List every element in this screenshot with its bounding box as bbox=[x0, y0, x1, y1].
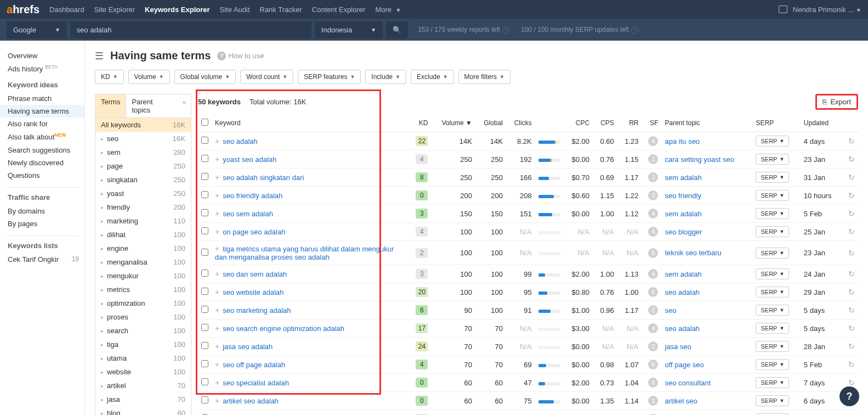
col-cps[interactable]: CPS bbox=[593, 114, 617, 132]
add-icon[interactable]: + bbox=[215, 173, 219, 182]
term-row[interactable]: ▸yoast250 bbox=[95, 187, 191, 200]
term-row[interactable]: ▸website100 bbox=[95, 365, 191, 379]
term-row[interactable]: ▸optimization100 bbox=[95, 296, 191, 310]
country-dropdown[interactable]: Indonesia▼ bbox=[315, 21, 383, 38]
col-updated[interactable]: Updated bbox=[801, 114, 842, 132]
keyword-link[interactable]: seo adalah singkatan dari bbox=[223, 173, 304, 182]
serp-button[interactable]: SERP▼ bbox=[756, 305, 789, 316]
keyword-link[interactable]: seo specialist adalah bbox=[223, 379, 289, 387]
term-row[interactable]: ▸menganalisa100 bbox=[95, 255, 191, 269]
serp-button[interactable]: SERP▼ bbox=[756, 190, 789, 201]
sf-badge[interactable]: 3 bbox=[648, 172, 658, 182]
sf-badge[interactable]: 4 bbox=[648, 136, 658, 146]
sf-badge[interactable]: 5 bbox=[648, 248, 658, 258]
col-rr[interactable]: RR bbox=[617, 114, 642, 132]
nav-idea-item[interactable]: Phrase match bbox=[8, 92, 84, 105]
serp-button[interactable]: SERP▼ bbox=[756, 268, 789, 279]
col-serp[interactable]: SERP bbox=[752, 114, 800, 132]
export-button[interactable]: ⎘ Export bbox=[815, 94, 858, 110]
sf-badge[interactable]: 6 bbox=[648, 360, 658, 369]
add-icon[interactable]: + bbox=[215, 155, 219, 164]
parent-topic-link[interactable]: seo adalah bbox=[665, 324, 700, 333]
term-row[interactable]: ▸seo16K bbox=[95, 132, 191, 145]
keyword-link[interactable]: seo website adalah bbox=[223, 288, 283, 296]
refresh-icon[interactable]: ↻ bbox=[848, 191, 855, 200]
nav-ads-history[interactable]: Ads history BETA bbox=[8, 62, 84, 75]
parent-topic-link[interactable]: seo adalah bbox=[665, 288, 700, 296]
col-parent-topic[interactable]: Parent topic bbox=[661, 114, 752, 132]
topnav-item[interactable]: More ▼ bbox=[375, 1, 401, 18]
refresh-icon[interactable]: ↻ bbox=[848, 306, 855, 315]
tab-parent-topics[interactable]: Parent topics bbox=[126, 94, 178, 117]
filter-button[interactable]: Include▼ bbox=[365, 70, 406, 84]
nav-idea-item[interactable]: Also rank for bbox=[8, 117, 84, 130]
hamburger-icon[interactable]: ☰ bbox=[95, 50, 104, 62]
col-kd[interactable]: KD bbox=[409, 114, 432, 132]
refresh-icon[interactable]: ↻ bbox=[848, 155, 855, 164]
refresh-icon[interactable]: ↻ bbox=[848, 360, 855, 369]
parent-topic-link[interactable]: off page seo bbox=[665, 361, 704, 369]
topnav-item[interactable]: Keywords Explorer bbox=[145, 1, 210, 18]
keyword-link[interactable]: seo marketing adalah bbox=[223, 306, 291, 315]
sf-badge[interactable]: 2 bbox=[648, 305, 658, 315]
screen-icon[interactable] bbox=[779, 5, 787, 13]
keyword-link[interactable]: on page seo adalah bbox=[223, 228, 285, 236]
engine-dropdown[interactable]: Google▼ bbox=[7, 21, 67, 38]
serp-button[interactable]: SERP▼ bbox=[756, 395, 789, 406]
refresh-icon[interactable]: ↻ bbox=[848, 288, 855, 296]
refresh-icon[interactable]: ↻ bbox=[848, 378, 855, 387]
row-checkbox[interactable] bbox=[201, 306, 208, 313]
row-checkbox[interactable] bbox=[201, 342, 208, 349]
add-icon[interactable]: + bbox=[215, 137, 219, 145]
col-clicks[interactable]: Clicks bbox=[506, 114, 535, 132]
filter-button[interactable]: Word count▼ bbox=[240, 70, 293, 84]
row-checkbox[interactable] bbox=[201, 191, 208, 198]
row-checkbox[interactable] bbox=[201, 137, 208, 144]
term-row[interactable]: ▸engine100 bbox=[95, 242, 191, 255]
sf-badge[interactable]: 2 bbox=[648, 154, 658, 164]
term-row[interactable]: ▸artikel70 bbox=[95, 379, 191, 392]
add-icon[interactable]: + bbox=[215, 306, 219, 315]
serp-button[interactable]: SERP▼ bbox=[756, 226, 789, 237]
nav-idea-item[interactable]: Questions bbox=[8, 169, 84, 182]
serp-button[interactable]: SERP▼ bbox=[756, 172, 789, 183]
parent-topic-link[interactable]: jasa seo bbox=[665, 343, 691, 351]
sf-badge[interactable]: 2 bbox=[648, 341, 658, 351]
topnav-item[interactable]: Site Audit bbox=[220, 1, 250, 18]
term-row[interactable]: ▸tiga100 bbox=[95, 338, 191, 351]
term-row[interactable]: ▸page250 bbox=[95, 159, 191, 173]
topnav-item[interactable]: Site Explorer bbox=[94, 1, 135, 18]
filter-button[interactable]: More filters▼ bbox=[458, 70, 510, 84]
add-icon[interactable]: + bbox=[215, 209, 219, 218]
row-checkbox[interactable] bbox=[201, 378, 208, 385]
col-volume[interactable]: Volume ▼ bbox=[431, 114, 475, 132]
add-icon[interactable]: + bbox=[215, 324, 219, 333]
row-checkbox[interactable] bbox=[201, 324, 208, 331]
term-row[interactable]: ▸dilihat100 bbox=[95, 228, 191, 242]
row-checkbox[interactable] bbox=[201, 270, 208, 277]
sf-badge[interactable]: 1 bbox=[648, 396, 658, 406]
parent-topic-link[interactable]: apa itu seo bbox=[665, 137, 700, 145]
term-row[interactable]: ▸friendly200 bbox=[95, 200, 191, 214]
nav-overview[interactable]: Overview bbox=[8, 49, 84, 62]
col-cpc[interactable]: CPC bbox=[564, 114, 593, 132]
topnav-item[interactable]: Dashboard bbox=[49, 1, 84, 18]
nav-idea-item[interactable]: Also talk aboutNEW bbox=[8, 130, 84, 143]
filter-button[interactable]: KD▼ bbox=[95, 70, 124, 84]
serp-button[interactable]: SERP▼ bbox=[756, 323, 789, 334]
refresh-icon[interactable]: ↻ bbox=[848, 249, 855, 257]
row-checkbox[interactable] bbox=[201, 360, 208, 367]
sf-badge[interactable]: 4 bbox=[648, 269, 658, 279]
keyword-input[interactable] bbox=[70, 21, 311, 38]
term-row[interactable]: ▸singkatan250 bbox=[95, 173, 191, 187]
row-checkbox[interactable] bbox=[201, 288, 208, 295]
keyword-link[interactable]: artikel seo adalah bbox=[223, 397, 279, 405]
how-to-use[interactable]: ?How to use bbox=[217, 52, 264, 60]
term-row[interactable]: ▸proses100 bbox=[95, 310, 191, 324]
term-row[interactable]: All keywords16K bbox=[95, 118, 191, 132]
term-row[interactable]: ▸metrics100 bbox=[95, 283, 191, 296]
serp-button[interactable]: SERP▼ bbox=[756, 287, 789, 298]
serp-button[interactable]: SERP▼ bbox=[756, 154, 789, 165]
serp-button[interactable]: SERP▼ bbox=[756, 359, 789, 370]
collapse-panel-icon[interactable]: « bbox=[178, 94, 191, 117]
